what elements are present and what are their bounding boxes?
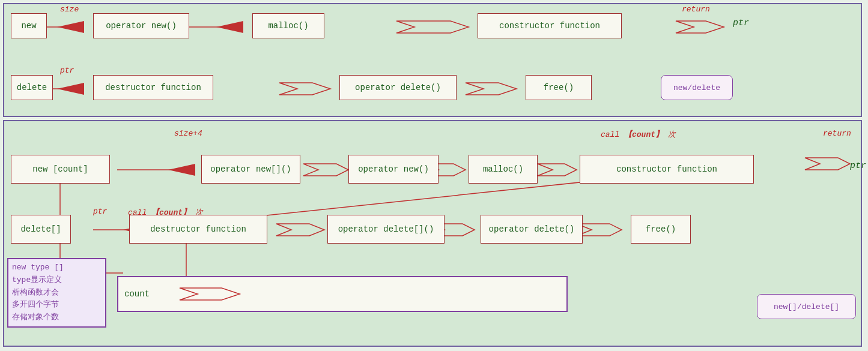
box-free-bottom: free() xyxy=(631,215,691,244)
box-new-top: new xyxy=(11,13,47,38)
annotation-line5: 存储对象个数 xyxy=(12,311,102,324)
box-free-top: free() xyxy=(526,75,592,100)
box-new-count-label: new [count] xyxy=(32,164,88,174)
box-malloc-top: malloc() xyxy=(252,13,324,38)
annotation-line4: 多开四个字节 xyxy=(12,299,102,311)
box-operator-new-arr: operator new[]() xyxy=(201,155,300,184)
box-constructor-top-label: constructor function xyxy=(499,21,600,31)
label-size4: size+4 xyxy=(174,129,202,138)
label-ptr-bottom1: ptr xyxy=(850,161,866,171)
box-operator-new-top: operator new() xyxy=(93,13,189,38)
box-operator-delete-top: operator delete() xyxy=(339,75,457,100)
count-arrow-svg xyxy=(174,285,246,303)
count-label: count xyxy=(124,289,150,299)
label-ptr-row2: ptr xyxy=(60,66,74,75)
label-ptr-top: ptr xyxy=(733,18,749,28)
annotation-line2: type显示定义 xyxy=(12,274,102,287)
box-constructor-bottom: constructor function xyxy=(580,155,754,184)
box-operator-delete-arr: operator delete[]() xyxy=(327,215,445,244)
badge-new-delete-arr-label: new[]/delete[] xyxy=(774,302,839,311)
box-free-top-label: free() xyxy=(544,83,574,92)
label-return-bottom: return xyxy=(823,129,851,138)
box-malloc-bottom: malloc() xyxy=(469,155,538,184)
box-destructor-bottom: destructor function xyxy=(129,215,267,244)
svg-marker-29 xyxy=(180,288,240,300)
label-ptr-row2-bottom: ptr xyxy=(93,207,107,216)
badge-new-delete-arr: new[]/delete[] xyxy=(757,294,856,319)
box-operator-new-top-label: operator new() xyxy=(106,21,177,31)
box-delete-arr-label: delete[] xyxy=(20,224,61,234)
annotation-box: new type [] type显示定义 析构函数才会 多开四个字节 存储对象个… xyxy=(7,258,106,328)
annotation-line1: new type [] xyxy=(12,262,102,274)
box-delete-arr: delete[] xyxy=(11,215,71,244)
box-destructor-bottom-label: destructor function xyxy=(150,224,246,234)
box-operator-delete-bottom-label: operator delete() xyxy=(489,224,575,234)
label-return-top: return xyxy=(682,5,710,14)
box-delete-top: delete xyxy=(11,75,53,100)
label-size: size xyxy=(60,5,79,14)
box-operator-delete-top-label: operator delete() xyxy=(355,83,441,92)
box-free-bottom-label: free() xyxy=(646,224,676,234)
annotation-line3: 析构函数才会 xyxy=(12,287,102,299)
box-operator-new-bottom: operator new() xyxy=(348,155,439,184)
badge-new-delete-label: new/delete xyxy=(673,83,720,92)
box-destructor-top-label: destructor function xyxy=(105,83,201,92)
badge-new-delete: new/delete xyxy=(661,75,733,100)
box-new-top-label: new xyxy=(21,21,36,31)
box-operator-delete-arr-label: operator delete[]() xyxy=(338,224,434,234)
diagram-container: new size operator new() malloc() constru… xyxy=(0,0,868,351)
count-box: count xyxy=(117,276,568,312)
box-operator-new-bottom-label: operator new() xyxy=(358,164,429,174)
label-call-count1: call 【count】 次 xyxy=(601,129,676,140)
box-constructor-bottom-label: constructor function xyxy=(616,164,717,174)
box-delete-top-label: delete xyxy=(17,83,47,92)
box-malloc-bottom-label: malloc() xyxy=(483,164,523,174)
box-operator-new-arr-label: operator new[]() xyxy=(210,164,291,174)
box-destructor-top: destructor function xyxy=(93,75,213,100)
box-operator-delete-bottom: operator delete() xyxy=(481,215,583,244)
box-malloc-top-label: malloc() xyxy=(268,21,308,31)
box-constructor-top: constructor function xyxy=(478,13,622,38)
box-new-count: new [count] xyxy=(11,155,110,184)
